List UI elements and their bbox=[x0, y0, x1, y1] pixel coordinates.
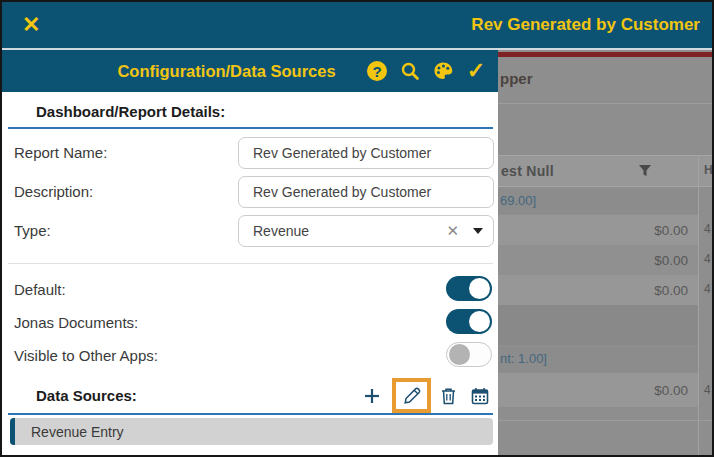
description-input[interactable] bbox=[238, 176, 494, 208]
visible-other-apps-toggle-label: Visible to Other Apps: bbox=[14, 347, 158, 364]
panel-header-icons: ? ✓ bbox=[365, 59, 498, 83]
clear-selection-icon[interactable]: ✕ bbox=[446, 222, 473, 240]
toggle-knob bbox=[449, 344, 470, 365]
divider bbox=[498, 103, 712, 104]
type-label: Type: bbox=[14, 222, 51, 239]
cell-partial: 4 bbox=[704, 383, 711, 397]
section-title: Dashboard/Report Details: bbox=[36, 103, 225, 120]
column-header: est Null bbox=[501, 163, 554, 179]
data-source-list-item[interactable]: Revenue Entry bbox=[10, 418, 493, 445]
cell-partial: 4 bbox=[704, 252, 711, 266]
divider bbox=[8, 263, 493, 264]
add-data-source-icon[interactable] bbox=[360, 384, 384, 408]
app-bar: ✕ Rev Generated by Customer bbox=[2, 2, 712, 48]
table-spacer bbox=[498, 305, 698, 345]
help-icon[interactable]: ? bbox=[365, 59, 389, 83]
cell-partial: 4 bbox=[704, 282, 711, 296]
jonas-documents-toggle[interactable] bbox=[446, 309, 492, 334]
search-icon[interactable] bbox=[398, 59, 422, 83]
jonas-documents-toggle-label: Jonas Documents: bbox=[14, 314, 138, 331]
group-header: nt: 1.00] bbox=[498, 347, 698, 372]
schedule-calendar-icon[interactable] bbox=[468, 384, 492, 408]
close-icon[interactable]: ✕ bbox=[22, 14, 40, 36]
report-toolbar-strip bbox=[498, 52, 712, 57]
filter-funnel-icon bbox=[638, 164, 652, 177]
report-name-label: Report Name: bbox=[14, 144, 107, 161]
type-select[interactable]: Revenue ✕ bbox=[238, 215, 494, 247]
default-toggle-label: Default: bbox=[14, 281, 66, 298]
column2-header-partial: H bbox=[704, 163, 712, 177]
edit-highlight-box bbox=[392, 378, 431, 413]
table-row: $0.00 bbox=[498, 215, 698, 245]
confirm-check-icon[interactable]: ✓ bbox=[464, 59, 488, 83]
table-row: $0.00 bbox=[498, 373, 698, 407]
toggle-knob bbox=[469, 311, 490, 332]
delete-data-source-icon[interactable] bbox=[436, 384, 460, 408]
data-source-name: Revenue Entry bbox=[15, 424, 124, 440]
table-row: $0.00 bbox=[498, 245, 698, 275]
dimmed-report-background: pper est Null H 69.00] $0.00 $0.00 $0.00… bbox=[498, 50, 712, 455]
report-table: est Null H 69.00] $0.00 $0.00 $0.00 4 4 … bbox=[498, 155, 712, 455]
type-selected-value: Revenue bbox=[253, 223, 446, 239]
data-sources-underline bbox=[8, 413, 493, 415]
palette-icon[interactable] bbox=[431, 59, 455, 83]
table-header-row: est Null H bbox=[498, 155, 712, 187]
column-divider bbox=[698, 155, 699, 455]
panel-title: Configuration/Data Sources bbox=[2, 62, 365, 81]
edit-data-source-icon[interactable] bbox=[400, 384, 424, 408]
report-name-input[interactable] bbox=[238, 137, 494, 169]
toggle-knob bbox=[469, 278, 490, 299]
data-sources-label: Data Sources: bbox=[36, 387, 137, 404]
configuration-panel: Configuration/Data Sources ? ✓ Dashboard… bbox=[2, 50, 498, 455]
description-label: Description: bbox=[14, 183, 93, 200]
divider bbox=[498, 420, 712, 421]
group-header: 69.00] bbox=[498, 189, 698, 214]
section-underline bbox=[8, 127, 493, 129]
cell-partial: 4 bbox=[704, 222, 711, 236]
app-title: Rev Generated by Customer bbox=[471, 15, 700, 35]
panel-header: Configuration/Data Sources ? ✓ bbox=[2, 50, 498, 92]
default-toggle[interactable] bbox=[446, 276, 492, 301]
visible-other-apps-toggle[interactable] bbox=[446, 342, 492, 367]
dropdown-caret-icon[interactable] bbox=[473, 228, 483, 234]
table-row: $0.00 bbox=[498, 275, 698, 305]
screenshot-frame: ✕ Rev Generated by Customer pper est Nul… bbox=[0, 0, 714, 457]
report-partial-title: pper bbox=[500, 70, 533, 87]
